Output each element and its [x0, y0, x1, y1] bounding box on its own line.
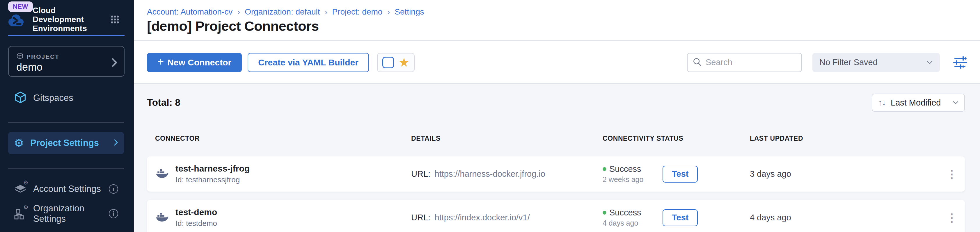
- info-icon[interactable]: i: [109, 209, 118, 218]
- chevron-right-icon: [113, 139, 118, 148]
- sort-arrows-icon: ↑↓: [878, 98, 886, 107]
- toolbar: + New Connector Create via YAML Builder …: [134, 41, 980, 84]
- docker-icon: [155, 211, 169, 224]
- breadcrumb-separator: ›: [325, 7, 328, 17]
- project-name: demo: [16, 61, 43, 73]
- table-header: CONNECTOR DETAILS CONNECTIVITY STATUS LA…: [147, 129, 965, 148]
- last-updated-text: 4 days ago: [750, 213, 791, 222]
- new-connector-label: New Connector: [167, 57, 231, 67]
- product-title: Cloud Development Environments: [33, 6, 105, 33]
- status-dot: [603, 167, 606, 171]
- sidebar-item-label: Account Settings: [33, 184, 101, 194]
- saved-filter-value: No Filter Saved: [819, 57, 878, 67]
- sidebar-divider: [8, 122, 124, 123]
- breadcrumb: Account: Automation-cv › Organization: d…: [147, 7, 424, 17]
- breadcrumb-account[interactable]: Account: Automation-cv: [147, 7, 232, 17]
- chevron-down-icon: [953, 100, 958, 105]
- account-layers-icon: ⚙: [14, 183, 27, 195]
- sidebar-item-project-settings[interactable]: ⚙ Project Settings: [8, 132, 124, 154]
- plus-icon: +: [158, 56, 164, 68]
- gitspaces-cube-icon: [14, 91, 27, 105]
- chevron-down-icon: [926, 60, 933, 65]
- url-value: https://index.docker.io/v1/: [435, 213, 530, 222]
- connector-id: Id: testharnessjfrog: [175, 175, 250, 184]
- yaml-builder-button[interactable]: Create via YAML Builder: [248, 53, 369, 72]
- url-value: https://harness-docker.jfrog.io: [435, 169, 545, 178]
- status-time: 4 days ago: [603, 219, 646, 227]
- column-header-last-updated: LAST UPDATED: [750, 135, 965, 143]
- cube-icon: [16, 52, 24, 61]
- connector-row[interactable]: test-harness-jfrog Id: testharnessjfrog …: [147, 156, 965, 192]
- kebab-menu-icon[interactable]: ⋮: [946, 211, 957, 224]
- test-button[interactable]: Test: [663, 209, 698, 226]
- page-title: [demo] Project Connectors: [147, 18, 319, 34]
- project-selector[interactable]: PROJECT demo: [8, 46, 124, 77]
- connector-row[interactable]: test-demo Id: testdemo URL: https://inde…: [147, 200, 965, 232]
- saved-filter-select[interactable]: No Filter Saved: [812, 53, 940, 72]
- main-content: Account: Automation-cv › Organization: d…: [134, 0, 980, 232]
- status-text: Success: [609, 208, 641, 218]
- search-icon: [693, 57, 702, 67]
- breadcrumb-separator: ›: [237, 7, 240, 17]
- url-label: URL:: [411, 213, 430, 222]
- status-dot: [603, 211, 606, 215]
- breadcrumb-organization[interactable]: Organization: default: [245, 7, 320, 17]
- connector-id: Id: testdemo: [175, 219, 217, 228]
- breadcrumb-project[interactable]: Project: demo: [332, 7, 383, 17]
- connector-name: test-demo: [175, 207, 217, 217]
- app-root: NEW Cloud Development Environments: [0, 0, 980, 232]
- sort-dropdown[interactable]: ↑↓ Last Modified: [872, 94, 965, 112]
- column-header-connectivity-status: CONNECTIVITY STATUS: [603, 135, 750, 143]
- sidebar-item-label: Organization Settings: [33, 203, 109, 224]
- connector-list-area: Total: 8 ↑↓ Last Modified CONNECTOR DETA…: [134, 84, 980, 232]
- org-hierarchy-icon: ⚙: [14, 207, 27, 220]
- new-connector-button[interactable]: + New Connector: [147, 53, 242, 72]
- breadcrumb-settings[interactable]: Settings: [395, 7, 424, 17]
- search-input[interactable]: [706, 57, 796, 67]
- connector-cards: test-harness-jfrog Id: testharnessjfrog …: [147, 156, 965, 232]
- gear-icon: ⚙: [14, 138, 24, 149]
- sidebar-item-label: Gitspaces: [33, 93, 73, 103]
- connector-name: test-harness-jfrog: [175, 164, 250, 173]
- page-header: Account: Automation-cv › Organization: d…: [134, 0, 980, 41]
- kebab-menu-icon[interactable]: ⋮: [946, 168, 957, 181]
- breadcrumb-separator: ›: [387, 7, 390, 17]
- docker-icon: [155, 168, 169, 181]
- sidebar-item-account-settings[interactable]: ⚙ Account Settings i: [8, 178, 124, 200]
- url-label: URL:: [411, 169, 430, 178]
- sidebar-item-gitspaces[interactable]: Gitspaces: [8, 87, 124, 109]
- total-count: Total: 8: [147, 97, 180, 108]
- new-badge: NEW: [8, 2, 33, 12]
- info-icon[interactable]: i: [109, 184, 118, 194]
- favorites-checkbox[interactable]: [382, 57, 394, 68]
- sidebar-divider: [8, 168, 124, 168]
- module-grid-icon[interactable]: [111, 15, 119, 25]
- last-updated-text: 3 days ago: [750, 169, 791, 179]
- search-box: [687, 53, 802, 72]
- filter-sliders-icon[interactable]: [953, 56, 969, 70]
- status-time: 2 weeks ago: [603, 175, 646, 184]
- sidebar: NEW Cloud Development Environments: [0, 0, 134, 232]
- sidebar-item-label: Project Settings: [30, 138, 99, 148]
- sidebar-accent-divider: [8, 35, 124, 37]
- star-icon: ★: [399, 56, 410, 68]
- column-header-details: DETAILS: [411, 135, 603, 143]
- column-header-connector: CONNECTOR: [155, 135, 411, 143]
- sort-value: Last Modified: [891, 98, 941, 108]
- project-label: PROJECT: [27, 53, 59, 60]
- test-button[interactable]: Test: [663, 166, 698, 183]
- mini-gear-icon: ⚙: [23, 179, 29, 186]
- favorites-filter-group: ★: [377, 53, 415, 72]
- mini-gear-icon: ⚙: [23, 204, 29, 211]
- chevron-right-icon: [111, 57, 118, 68]
- cde-logo-icon: [7, 13, 25, 29]
- status-text: Success: [609, 164, 641, 174]
- sidebar-item-organization-settings[interactable]: ⚙ Organization Settings i: [8, 203, 124, 225]
